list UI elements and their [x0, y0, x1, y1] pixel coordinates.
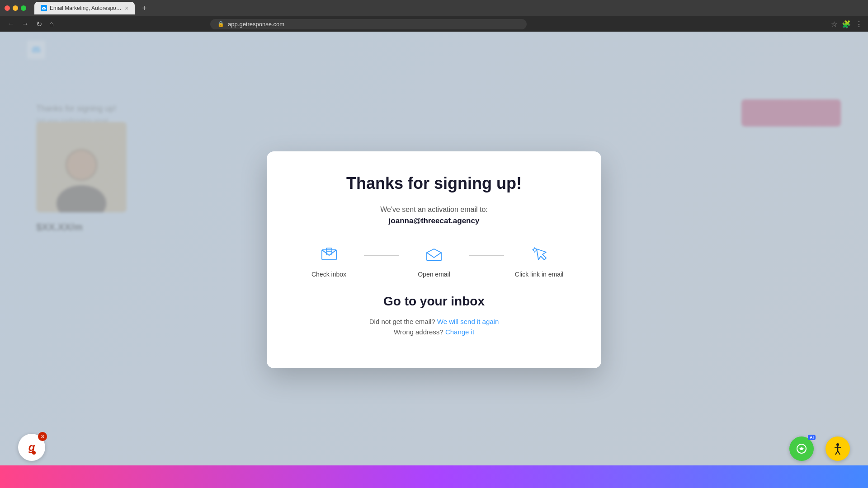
step-check-inbox: Check inbox	[294, 244, 364, 278]
svg-rect-0	[42, 7, 46, 9]
refresh-button[interactable]: ↻	[34, 19, 44, 29]
envelope-open-icon	[423, 244, 445, 265]
url-text: app.getresponse.com	[228, 21, 284, 28]
go-inbox-title: Go to your inbox	[294, 294, 574, 309]
activation-text: We've sent an activation email to:	[294, 206, 574, 214]
ssl-lock-icon: 🔒	[217, 21, 224, 27]
accessibility-icon	[831, 442, 844, 455]
step-click-link-label: Click link in email	[515, 271, 563, 278]
change-address-text: Wrong address? Change it	[294, 328, 574, 336]
extensions-icon[interactable]: 🧩	[842, 20, 851, 28]
step-open-email: Open email	[399, 244, 469, 278]
accessibility-button[interactable]	[826, 436, 850, 461]
home-button[interactable]: ⌂	[47, 19, 56, 29]
bottom-gradient-bar	[0, 465, 868, 488]
ai-chat-button[interactable]: AI	[789, 436, 814, 461]
tab-bar: Email Marketing, Autoresponder, E × +	[0, 0, 868, 16]
tab-favicon	[41, 5, 47, 11]
tab-title: Email Marketing, Autoresponder, E	[50, 5, 122, 11]
url-bar[interactable]: 🔒 app.getresponse.com	[210, 19, 527, 29]
change-address-link[interactable]: Change it	[445, 328, 474, 336]
step-check-inbox-label: Check inbox	[311, 271, 346, 278]
g-notification-count: 3	[38, 432, 47, 441]
address-bar: ← → ↻ ⌂ 🔒 app.getresponse.com ☆ 🧩 ⋮	[0, 16, 868, 32]
svg-line-18	[835, 451, 838, 455]
modal-title: Thanks for signing up!	[294, 174, 574, 193]
traffic-lights	[5, 5, 26, 11]
ai-chat-icon	[795, 442, 808, 455]
browser-chrome: Email Marketing, Autoresponder, E × + ← …	[0, 0, 868, 32]
new-tab-button[interactable]: +	[138, 3, 151, 14]
svg-point-15	[836, 443, 839, 446]
step-divider-2	[469, 255, 505, 256]
tab-close-button[interactable]: ×	[125, 5, 128, 12]
bookmark-icon[interactable]: ☆	[831, 20, 837, 28]
svg-line-19	[838, 451, 840, 455]
forward-button[interactable]: →	[20, 19, 31, 29]
g-badge-inner: g	[28, 441, 35, 454]
step-click-link: Click link in email	[504, 244, 574, 278]
toolbar-icons: ☆ 🧩 ⋮	[831, 20, 863, 28]
resend-text: Did not get the email? We will send it a…	[294, 318, 574, 325]
modal-overlay: Thanks for signing up! We've sent an act…	[0, 32, 868, 488]
close-button[interactable]	[5, 5, 10, 11]
back-button[interactable]: ←	[5, 19, 16, 29]
page-background: Thanks for signing up! Get your confirma…	[0, 32, 868, 488]
nav-buttons: ← → ↻ ⌂	[5, 19, 56, 29]
resend-link[interactable]: We will send it again	[437, 318, 499, 325]
active-tab[interactable]: Email Marketing, Autoresponder, E ×	[34, 2, 135, 14]
ai-badge-label: AI	[808, 435, 816, 440]
email-address: joanna@threecat.agency	[294, 216, 574, 225]
step-open-email-label: Open email	[418, 271, 450, 278]
signup-modal: Thanks for signing up! We've sent an act…	[267, 151, 601, 368]
maximize-button[interactable]	[21, 5, 26, 11]
step-divider-1	[364, 255, 399, 256]
minimize-button[interactable]	[13, 5, 18, 11]
steps-row: Check inbox Open email	[294, 244, 574, 278]
cursor-click-icon	[528, 244, 550, 265]
inbox-icon	[318, 244, 340, 265]
menu-icon[interactable]: ⋮	[855, 20, 863, 28]
g-badge[interactable]: g 3	[18, 434, 45, 461]
g-dot	[32, 451, 36, 455]
